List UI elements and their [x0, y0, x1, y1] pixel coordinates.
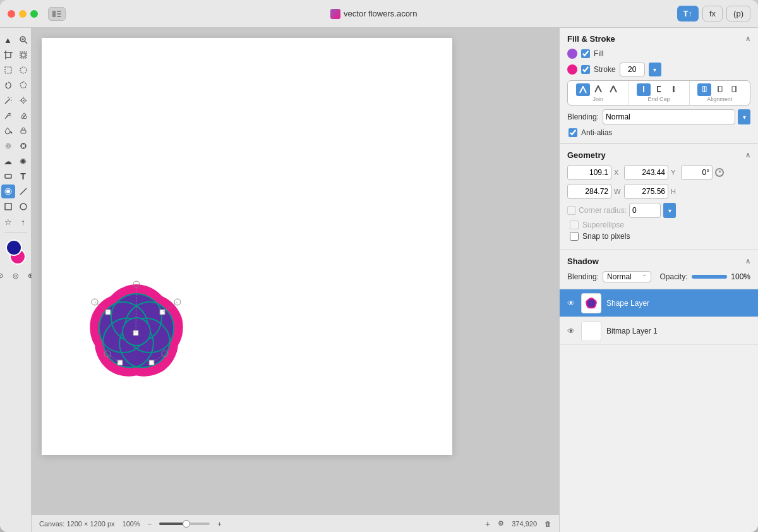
line-tool[interactable] — [16, 184, 30, 198]
geometry-chevron[interactable]: ∧ — [745, 151, 750, 159]
sharpen-tool[interactable] — [16, 139, 30, 153]
stamp-tool[interactable] — [16, 124, 30, 138]
cloud-tool[interactable]: ☁ — [1, 154, 15, 168]
fx-button[interactable]: fx — [702, 6, 723, 21]
alignment-btn-1[interactable] — [697, 83, 711, 96]
layer-item-shape[interactable]: 👁 — [560, 289, 758, 317]
polygon-select-tool[interactable] — [16, 78, 30, 92]
ellipse-select-tool[interactable] — [16, 63, 30, 77]
rotation-input[interactable] — [681, 165, 713, 180]
sidebar-toggle-button[interactable] — [48, 7, 66, 21]
p-button[interactable]: (p) — [726, 6, 750, 21]
stroke-color-dot[interactable] — [567, 64, 577, 75]
shadow-blending-select[interactable]: Normal ⌃ — [603, 271, 651, 282]
join-btn-2[interactable] — [591, 83, 605, 96]
select-tool[interactable]: ▲ — [1, 33, 15, 47]
bezier-tool[interactable] — [1, 184, 15, 198]
end-cap-btn-2[interactable] — [652, 83, 666, 96]
rectangle-shape-tool[interactable] — [1, 169, 15, 183]
canvas[interactable] — [42, 38, 452, 455]
eyedropper-tool[interactable]: ◎ — [9, 269, 23, 282]
layer-item-bitmap[interactable]: 👁 Bitmap Layer 1 — [560, 317, 758, 345]
minimize-button[interactable] — [19, 10, 27, 18]
svg-rect-13 — [5, 67, 11, 73]
alignment-btn-3[interactable] — [728, 83, 742, 96]
ellipse-outline-tool[interactable] — [16, 200, 30, 214]
close-button[interactable] — [8, 10, 15, 18]
reset-colors-tool[interactable]: ⊙ — [0, 269, 8, 282]
anti-alias-checkbox[interactable] — [568, 128, 577, 137]
corner-radius-arrow[interactable]: ▾ — [663, 203, 676, 218]
background-color[interactable] — [6, 239, 22, 256]
width-input[interactable] — [567, 184, 611, 199]
zoom-plus-icon[interactable]: + — [217, 520, 221, 528]
blending-arrow[interactable]: ▾ — [738, 109, 750, 124]
arrow-tool[interactable]: ↑ — [16, 215, 30, 229]
rotation-dot[interactable] — [715, 168, 724, 177]
add-layer-button[interactable]: + — [485, 519, 490, 529]
join-btn-1[interactable] — [576, 83, 590, 96]
x-label: X — [614, 169, 622, 176]
fuzzy-select-tool[interactable] — [16, 94, 30, 107]
join-btn-3[interactable] — [606, 83, 620, 96]
rect-outline-tool[interactable] — [1, 200, 15, 214]
shadow-chevron[interactable]: ∧ — [745, 257, 750, 265]
bitmap-layer-name: Bitmap Layer 1 — [606, 327, 752, 336]
stroke-checkbox[interactable] — [581, 65, 590, 74]
shadow-header: Shadow ∧ — [567, 257, 750, 266]
maximize-button[interactable] — [30, 10, 38, 18]
star-tool[interactable]: ☆ — [1, 215, 15, 229]
corner-radius-input[interactable] — [629, 203, 661, 218]
text-tool[interactable]: T — [16, 169, 30, 183]
lighting-tool[interactable]: ✺ — [16, 154, 30, 168]
fill-checkbox[interactable] — [581, 49, 590, 58]
svg-line-27 — [9, 115, 11, 116]
superellipse-checkbox[interactable] — [570, 221, 579, 229]
snap-pixels-checkbox[interactable] — [570, 232, 579, 241]
lasso-tool[interactable] — [1, 78, 15, 92]
opacity-value: 100% — [731, 272, 750, 281]
pen-tool[interactable] — [1, 109, 15, 123]
paint-tool[interactable] — [16, 109, 30, 123]
canvas-container[interactable] — [32, 28, 559, 514]
zoom-minus-icon[interactable]: − — [148, 520, 152, 528]
zoom-slider-thumb[interactable] — [183, 520, 190, 528]
fill-tool[interactable] — [1, 124, 15, 138]
rect-select-tool[interactable] — [1, 63, 15, 77]
tool-row-4 — [1, 78, 30, 92]
opacity-slider[interactable] — [692, 275, 728, 279]
flower-shape[interactable] — [67, 262, 206, 401]
fill-stroke-chevron[interactable]: ∧ — [745, 35, 750, 43]
zoom-slider[interactable] — [159, 523, 210, 525]
corner-radius-checkbox[interactable] — [567, 206, 576, 215]
x-input[interactable] — [567, 165, 611, 180]
magic-wand-tool[interactable] — [1, 94, 15, 107]
geometry-section: Geometry ∧ X Y W — [560, 144, 758, 250]
traffic-lights — [8, 10, 38, 18]
end-cap-btn-1[interactable] — [637, 83, 651, 96]
wh-row: W H — [567, 184, 750, 199]
trash-icon[interactable]: 🗑 — [544, 520, 551, 528]
crop-tool[interactable] — [1, 48, 15, 62]
zoom-tool[interactable] — [16, 33, 30, 47]
shape-layer-eye-icon[interactable]: 👁 — [566, 298, 576, 308]
color-swatches[interactable] — [3, 239, 28, 265]
alignment-btn-2[interactable] — [713, 83, 726, 96]
tool-row-1: ▲ — [1, 33, 30, 47]
bitmap-layer-eye-icon[interactable]: 👁 — [566, 326, 576, 336]
format-button[interactable]: T↑ — [677, 6, 699, 21]
y-input[interactable] — [624, 165, 668, 180]
svg-rect-3 — [57, 16, 61, 17]
blending-select[interactable]: Normal Multiply Screen Overlay — [603, 109, 735, 124]
transform-tool[interactable] — [16, 48, 30, 62]
shadow-blending-value: Normal — [607, 272, 639, 281]
settings-icon[interactable]: ⚙ — [498, 519, 504, 528]
svg-rect-38 — [5, 174, 11, 178]
blur-tool[interactable] — [1, 139, 15, 153]
stroke-value-input[interactable] — [620, 63, 645, 76]
fill-color-dot[interactable] — [567, 49, 577, 59]
geometry-header: Geometry ∧ — [567, 150, 750, 160]
end-cap-btn-3[interactable] — [667, 83, 681, 96]
stroke-value-arrow[interactable]: ▾ — [649, 63, 661, 76]
height-input[interactable] — [624, 184, 668, 199]
